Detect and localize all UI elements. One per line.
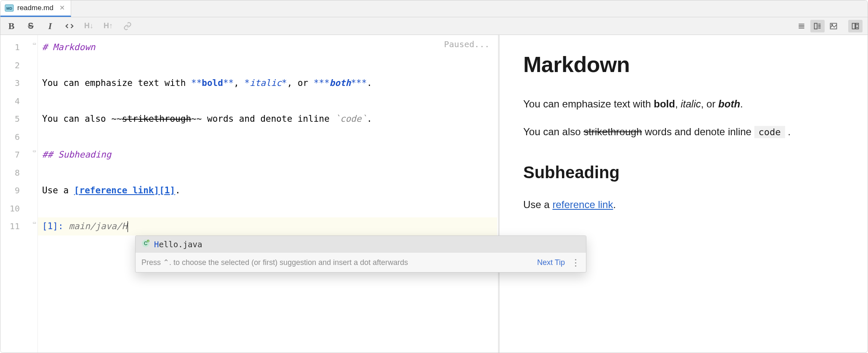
strike-marker: ~~ (191, 114, 202, 124)
editor-pane[interactable]: 1 2 3 4 5 6 7 8 9 10 11 ▭ ▭ ▭ Paused... … (0, 35, 497, 353)
markdown-toolbar: B S I H↓ H↑ (0, 17, 868, 35)
preview-pane: Markdown You can emphasize text with bol… (501, 35, 868, 353)
split-divider[interactable] (497, 35, 501, 353)
bolditalic: both (718, 98, 740, 110)
svg-text:MD: MD (6, 6, 12, 11)
text: You can emphasize text with (523, 98, 654, 110)
svg-rect-13 (852, 23, 855, 29)
link-button[interactable] (122, 20, 133, 32)
paused-label: Paused... (444, 39, 490, 49)
strike-marker: ~~ (111, 114, 122, 124)
strike: strikethrough (583, 126, 642, 137)
bold-text: bold (202, 78, 223, 88)
bolditalic-text: both (330, 78, 351, 88)
fold-icon[interactable]: ▭ (33, 148, 36, 154)
reference-link: [reference link][1] (74, 185, 175, 195)
strike-text: strikethrough (122, 114, 191, 124)
heading-2: ## Subheading (42, 150, 111, 160)
completion-rest: ello.java (159, 240, 202, 249)
preview-h1: Markdown (523, 52, 842, 77)
completion-highlight: H (154, 240, 159, 249)
bold-marker: ** (223, 78, 234, 88)
ref-def-label: [1]: (42, 221, 69, 231)
bolditalic-marker: *** (314, 78, 330, 88)
heading-down-button[interactable]: H↓ (83, 20, 95, 32)
code-button[interactable] (64, 20, 75, 32)
file-tab[interactable]: MD readme.md ✕ (0, 0, 71, 17)
bold-button[interactable]: B (5, 20, 17, 32)
md-file-icon: MD (5, 3, 14, 13)
more-icon[interactable]: ⋯ (570, 258, 581, 267)
fold-icon[interactable]: ▭ (33, 220, 36, 225)
preview-paragraph: You can emphasize text with bold, italic… (523, 96, 842, 112)
text: Use a (523, 199, 552, 210)
text: Use a (42, 185, 74, 195)
text: . (367, 78, 372, 88)
text: . (367, 114, 372, 124)
close-icon[interactable]: ✕ (59, 4, 65, 12)
text: . (175, 185, 181, 195)
text: , (234, 78, 244, 88)
italic: italic (681, 98, 701, 110)
italic-button[interactable]: I (44, 20, 56, 32)
inline-code: code (754, 126, 785, 138)
tab-filename: readme.md (17, 4, 53, 12)
completion-hint: Press ⌃. to choose the selected (or firs… (136, 253, 586, 272)
view-preview-button[interactable] (826, 20, 841, 32)
scroll-sync-button[interactable] (848, 20, 863, 32)
view-split-button[interactable] (810, 20, 825, 32)
class-icon: C (141, 239, 150, 250)
inline-code: code (340, 114, 362, 124)
text: . (740, 98, 743, 110)
text: . (613, 199, 616, 210)
heading-1: # Markdown (42, 42, 95, 52)
preview-paragraph: You can also strikethrough words and den… (523, 124, 842, 139)
text: words and denote inline (642, 126, 754, 137)
preview-h2: Subheading (523, 163, 842, 182)
code-marker: ` (335, 114, 340, 124)
text: You can also (42, 114, 111, 124)
preview-paragraph: Use a reference link. (523, 197, 842, 212)
text: , or (287, 78, 314, 88)
heading-up-button[interactable]: H↑ (102, 20, 114, 32)
line-gutter: 1 2 3 4 5 6 7 8 9 10 11 ▭ ▭ ▭ (0, 35, 38, 353)
bold: bold (654, 98, 675, 110)
bold-marker: ** (191, 78, 202, 88)
italic-text: italic (250, 78, 282, 88)
completion-item[interactable]: C Hello.java (136, 236, 586, 253)
italic-marker: * (244, 78, 250, 88)
text: , (675, 98, 681, 110)
ref-def-url: main/java/H (69, 221, 127, 231)
next-tip-link[interactable]: Next Tip (537, 258, 565, 267)
reference-link[interactable]: reference link (552, 199, 613, 210)
fold-icon[interactable]: ▭ (33, 41, 36, 46)
code-area[interactable]: Paused... # Markdown You can emphasize t… (38, 35, 497, 353)
text: words and denote inline (202, 114, 335, 124)
view-editor-only-button[interactable] (794, 20, 809, 32)
text: . (788, 126, 791, 137)
italic-marker: * (282, 78, 287, 88)
tab-bar: MD readme.md ✕ (0, 0, 868, 17)
caret (128, 221, 128, 232)
text: , or (701, 98, 718, 110)
text: You can also (523, 126, 583, 137)
text: You can emphasize text with (42, 78, 191, 88)
bolditalic-marker: *** (351, 78, 367, 88)
strikethrough-button[interactable]: S (25, 20, 37, 32)
code-marker: ` (362, 114, 367, 124)
hint-text: Press ⌃. to choose the selected (or firs… (141, 258, 408, 267)
completion-popup: C Hello.java Press ⌃. to choose the sele… (135, 235, 586, 273)
svg-point-12 (831, 24, 833, 25)
svg-rect-6 (815, 23, 817, 29)
